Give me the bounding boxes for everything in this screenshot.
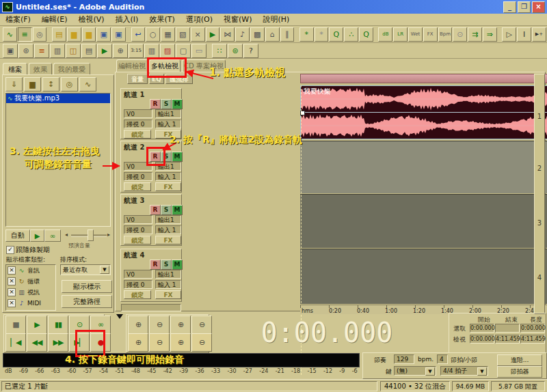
audio-clip[interactable]: 我要快樂: [300, 85, 547, 139]
input-button[interactable]: 輸入 1: [155, 280, 181, 289]
zoom-in-h-button[interactable]: ⊕: [128, 333, 148, 352]
file-type-checkbox[interactable]: ×: [8, 277, 16, 285]
menu-item-3[interactable]: 插入(I): [110, 14, 144, 25]
vertical-track-bar[interactable]: 1234: [534, 74, 545, 314]
record-arm-button[interactable]: R: [150, 205, 161, 215]
cut-icon[interactable]: ×: [191, 27, 205, 42]
menu-item-0[interactable]: 檔案(F): [0, 14, 36, 25]
fx-icon[interactable]: FX: [423, 27, 438, 42]
lock-button[interactable]: 鎖定: [124, 130, 151, 139]
time-select-tool-icon[interactable]: I: [517, 27, 531, 42]
zoom-selection-button[interactable]: ⊕: [170, 316, 191, 334]
magnify-icon[interactable]: ⊕: [113, 44, 128, 58]
mute-button[interactable]: M: [172, 99, 183, 109]
zoom-in-v-button[interactable]: ⊕: [170, 333, 191, 352]
open-file-icon[interactable]: ▆: [67, 27, 81, 42]
file-type-3[interactable]: ×♪MIDI: [6, 298, 55, 309]
file-item-0[interactable]: ∿我要快樂.mp3: [6, 94, 110, 103]
lock-button[interactable]: 鎖定: [124, 236, 151, 244]
input-button[interactable]: 輸入 1: [155, 225, 181, 234]
windows-icon[interactable]: ▧: [176, 27, 190, 42]
preview-volume-thumb[interactable]: [88, 229, 94, 241]
lock-button[interactable]: 鎖定: [124, 182, 151, 191]
monitor-record-icon[interactable]: ▢: [176, 44, 191, 58]
file-type-0[interactable]: ×∿音訊: [6, 265, 55, 276]
fx-button[interactable]: FX: [155, 182, 181, 191]
move-tool-icon[interactable]: ▶+: [532, 27, 546, 42]
help-icon[interactable]: ?: [243, 44, 258, 58]
preview-play-button[interactable]: ▶: [30, 229, 44, 242]
track-panel-1[interactable]: 航道 1RSMV0輸出1掃視 0輸入 1鎖定FX: [120, 88, 182, 139]
menu-item-4[interactable]: 效果(T): [144, 14, 180, 25]
restore-button[interactable]: ❐: [518, 1, 531, 13]
insert-audio-icon[interactable]: ∿: [79, 77, 96, 92]
close-button[interactable]: ×: [532, 1, 545, 13]
organizer-icon[interactable]: ◫: [66, 44, 81, 58]
insert-icon[interactable]: ▶: [206, 27, 220, 42]
track-panel-4[interactable]: 航道 4RSMV0輸出1掃視 0輸入 1鎖定FX: [120, 249, 182, 302]
horizontal-scrollbar[interactable]: [300, 74, 547, 83]
clip-adjust-right-icon[interactable]: ⇒: [483, 27, 497, 42]
slider-left-arrow[interactable]: ◂: [65, 232, 68, 238]
pan-field[interactable]: 掃視 0: [124, 280, 152, 289]
track-mixer-icon[interactable]: ≡: [34, 44, 49, 58]
solo-button[interactable]: S: [161, 99, 172, 109]
mic-icon[interactable]: ♪: [235, 27, 250, 42]
snapping-icon[interactable]: ∷: [212, 44, 227, 58]
meters-icon[interactable]: ▥: [144, 44, 159, 58]
volume-field[interactable]: V0: [124, 270, 152, 279]
tab-effects[interactable]: 效果: [29, 63, 52, 75]
pan-field[interactable]: 掃視 0: [124, 120, 152, 128]
file-type-checkbox[interactable]: ×: [8, 288, 16, 296]
track-lane-2[interactable]: [300, 141, 547, 193]
advanced-button[interactable]: 進階...: [497, 354, 542, 366]
wet-dry-icon[interactable]: Wet: [408, 27, 423, 42]
loop-edit-icon[interactable]: ∴: [344, 27, 358, 42]
group-clips-icon[interactable]: ▩: [250, 27, 265, 42]
sort-files-icon[interactable]: ↕: [42, 77, 59, 92]
crossfade-icon[interactable]: ⋈: [220, 27, 235, 42]
menu-item-1[interactable]: 編輯(E): [36, 14, 73, 25]
track-panel-3[interactable]: 航道 3RSMV0輸出1掃視 0輸入 1鎖定FX: [120, 194, 182, 246]
file-type-checkbox[interactable]: ×: [8, 299, 16, 307]
tab-edit-view[interactable]: 編輯檢視: [116, 59, 148, 72]
time-signature-dropdown[interactable]: 4/4 拍子 ▼: [440, 366, 488, 376]
normalize-db-icon[interactable]: dB: [378, 27, 392, 42]
rewind-button[interactable]: ◀◀: [27, 333, 47, 352]
mixdown-icon[interactable]: ▦: [161, 27, 175, 42]
show-marks-button[interactable]: 顯示標示: [62, 280, 112, 293]
follow-checkbox[interactable]: ✓: [6, 246, 14, 254]
session-props-icon[interactable]: ▤: [81, 44, 96, 58]
blank-icon[interactable]: ▭: [191, 44, 206, 58]
file-type-1[interactable]: ×↻循環: [6, 276, 55, 287]
go-start-button[interactable]: ▏◀: [5, 333, 26, 352]
play-small-icon[interactable]: ▶: [97, 44, 112, 58]
track-lane-3[interactable]: [300, 194, 547, 248]
auto-play-button[interactable]: 自動: [5, 229, 30, 242]
volume-field[interactable]: V0: [124, 109, 152, 118]
dropdown-arrow-icon[interactable]: ▼: [100, 266, 109, 274]
time-window-icon[interactable]: 3:15: [129, 44, 144, 58]
bpm-icon[interactable]: Bpm: [438, 27, 453, 42]
menu-item-5[interactable]: 選項(O): [181, 14, 218, 25]
menu-item-6[interactable]: 視窗(W): [218, 14, 257, 25]
play-button[interactable]: ▶: [27, 316, 47, 334]
cd-view-icon[interactable]: ◎: [33, 27, 47, 42]
record-arm-button[interactable]: R: [150, 260, 161, 270]
input-button[interactable]: 輸入 1: [155, 172, 181, 181]
solo-button[interactable]: S: [161, 205, 172, 215]
fx-button[interactable]: FX: [155, 290, 181, 299]
envelope-b-icon[interactable]: *: [315, 27, 329, 42]
menu-item-7[interactable]: 說明(H): [257, 14, 295, 25]
menu-item-2[interactable]: 檢視(V): [72, 14, 109, 25]
colors-icon[interactable]: ▨: [160, 44, 175, 58]
preview-loop-button[interactable]: ∞: [44, 229, 61, 242]
zoom-out-h-button[interactable]: ⊖: [149, 333, 170, 352]
new-file-icon[interactable]: ▤: [52, 27, 66, 42]
record-arm-button[interactable]: R: [150, 99, 161, 109]
file-type-2[interactable]: ×▥視訊: [6, 287, 55, 298]
left-right-icon[interactable]: LR: [393, 27, 408, 42]
solo-button[interactable]: S: [161, 260, 172, 270]
time-sig-dropdown-arrow-icon[interactable]: ▼: [477, 367, 487, 376]
hybrid-tool-icon[interactable]: ▷: [502, 27, 516, 42]
